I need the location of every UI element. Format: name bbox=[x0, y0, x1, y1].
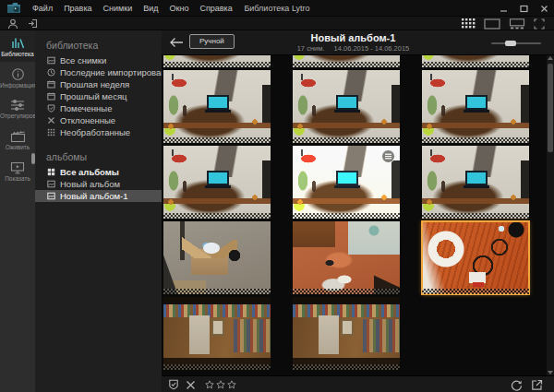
clock-icon bbox=[47, 68, 55, 77]
album-item-new-album-1[interactable]: Новый альбом-1 bbox=[35, 190, 162, 202]
photo-thumbnail[interactable] bbox=[293, 70, 400, 143]
photo-thumbnail[interactable] bbox=[293, 146, 400, 219]
library-item-rejected[interactable]: Отклоненные bbox=[35, 114, 162, 126]
parallax-checker bbox=[163, 137, 271, 143]
photo-thumbnail[interactable] bbox=[293, 297, 400, 370]
star-rating bbox=[205, 380, 236, 389]
zoom-slider[interactable] bbox=[491, 42, 541, 44]
flag-shield-icon bbox=[47, 104, 55, 113]
library-item-unprocessed[interactable]: Необработанные bbox=[35, 126, 162, 138]
secondary-toolbar bbox=[0, 17, 554, 30]
star-icon[interactable] bbox=[227, 380, 236, 389]
library-item-label: Необработанные bbox=[60, 127, 130, 137]
photo-thumbnail[interactable] bbox=[163, 146, 271, 219]
photo-count: 17 сним. bbox=[297, 44, 325, 53]
sidebar-item-label: Показать bbox=[5, 175, 30, 182]
main-content: Ручной Новый альбом-1 17 сним. 14.06.201… bbox=[162, 30, 554, 392]
sidebar-item-animate[interactable]: Оживить bbox=[0, 125, 35, 156]
library-item-label: Прошлая неделя bbox=[60, 79, 129, 89]
present-screen-icon bbox=[10, 161, 25, 174]
grid-view-icon[interactable] bbox=[462, 18, 476, 29]
single-view-icon[interactable] bbox=[484, 18, 500, 30]
animate-clapper-icon bbox=[10, 130, 26, 143]
photo-thumbnail[interactable] bbox=[422, 55, 529, 67]
minimize-icon[interactable] bbox=[498, 3, 510, 15]
photo-thumbnail[interactable] bbox=[293, 55, 400, 67]
menu-pictures[interactable]: Снимки bbox=[98, 4, 138, 13]
library-item-all-pictures[interactable]: Все снимки bbox=[35, 54, 162, 66]
photo-thumbnail[interactable] bbox=[163, 297, 271, 370]
fullscreen-icon[interactable] bbox=[534, 18, 545, 30]
album-item-all-albums[interactable]: Все альбомы bbox=[35, 166, 162, 178]
album-photo-icon bbox=[47, 192, 55, 200]
library-item-label: Все снимки bbox=[60, 55, 106, 65]
photo-thumbnail[interactable] bbox=[163, 70, 271, 143]
photo-thumbnail[interactable] bbox=[293, 221, 400, 294]
date-range: 14.06.2015 - 14.06.2015 bbox=[334, 44, 410, 53]
library-item-label: Отклоненные bbox=[60, 115, 115, 125]
filmstrip-view-icon[interactable] bbox=[509, 18, 525, 30]
footer-toolbar bbox=[162, 375, 554, 392]
parallax-checker bbox=[293, 364, 400, 370]
star-icon[interactable] bbox=[205, 380, 214, 389]
sidebar-item-info[interactable]: Информация bbox=[0, 62, 35, 93]
album-item-new-album[interactable]: Новый альбом bbox=[35, 178, 162, 190]
album-item-label: Новый альбом bbox=[60, 179, 120, 189]
parallax-checker bbox=[163, 289, 271, 294]
photo-thumbnail[interactable] bbox=[422, 146, 529, 219]
album-item-label: Все альбомы bbox=[60, 167, 119, 177]
dots-grid-icon bbox=[47, 128, 55, 137]
library-item-last-month[interactable]: Прошлый месяц bbox=[35, 90, 162, 102]
sidebar-item-adjust[interactable]: Отрегулировать bbox=[0, 93, 35, 125]
menu-view[interactable]: Вид bbox=[138, 4, 163, 13]
library-section-header: библиотека bbox=[35, 30, 162, 54]
reject-x-icon[interactable] bbox=[186, 380, 196, 390]
menu-edit[interactable]: Правка bbox=[58, 4, 97, 13]
info-icon bbox=[11, 67, 25, 81]
refresh-icon[interactable] bbox=[511, 379, 523, 391]
import-icon[interactable] bbox=[28, 18, 38, 29]
sidebar-item-library[interactable]: Библиотека bbox=[0, 30, 35, 62]
scroll-down-icon[interactable] bbox=[548, 371, 553, 374]
scrollbar-thumb[interactable] bbox=[548, 64, 553, 152]
grid-row bbox=[163, 221, 547, 294]
library-item-flagged[interactable]: Помеченные bbox=[35, 102, 162, 114]
menu-window[interactable]: Окно bbox=[164, 4, 195, 13]
export-icon[interactable] bbox=[531, 379, 543, 391]
photo-grid bbox=[162, 55, 547, 375]
scroll-up-icon[interactable] bbox=[548, 56, 553, 60]
photo-thumbnail[interactable] bbox=[163, 221, 271, 294]
parallax-checker bbox=[293, 137, 400, 143]
adjustments-badge-icon bbox=[381, 149, 395, 163]
photo-thumbnail-selected[interactable] bbox=[422, 221, 529, 294]
photo-thumbnail[interactable] bbox=[422, 70, 529, 143]
scrollbar[interactable] bbox=[547, 55, 554, 375]
calendar-icon bbox=[47, 92, 55, 101]
parallax-checker bbox=[163, 62, 271, 67]
menu-file[interactable]: Файл bbox=[27, 4, 58, 13]
mode-button[interactable]: Ручной bbox=[189, 34, 235, 49]
library-bars-icon bbox=[9, 36, 26, 50]
library-item-last-imported[interactable]: Последние импортированные bbox=[35, 66, 162, 78]
menu-help[interactable]: Справка bbox=[194, 4, 237, 13]
user-icon[interactable] bbox=[7, 18, 18, 30]
maximize-icon[interactable] bbox=[518, 3, 530, 15]
flag-check-icon[interactable] bbox=[168, 379, 179, 390]
library-item-last-week[interactable]: Прошлая неделя bbox=[35, 78, 162, 90]
star-icon[interactable] bbox=[216, 380, 225, 389]
photo-thumbnail[interactable] bbox=[163, 55, 271, 67]
library-item-label: Последние импортированные bbox=[60, 67, 162, 77]
sidebar-item-label: Отрегулировать bbox=[0, 113, 35, 119]
zoom-slider-handle[interactable] bbox=[505, 41, 516, 46]
grid-row bbox=[163, 55, 547, 67]
sidebar-item-present[interactable]: Показать bbox=[0, 156, 35, 187]
parallax-checker bbox=[422, 62, 529, 67]
photo-icon bbox=[47, 56, 55, 65]
grid-row bbox=[163, 297, 547, 370]
close-icon[interactable] bbox=[538, 3, 550, 15]
back-arrow-icon[interactable] bbox=[169, 37, 184, 48]
sidebar-item-label: Оживить bbox=[6, 144, 30, 150]
parallax-checker bbox=[163, 364, 271, 370]
album-meta: 17 сним. 14.06.2015 - 14.06.2015 bbox=[235, 44, 471, 53]
sidebar-item-label: Информация bbox=[0, 82, 35, 89]
